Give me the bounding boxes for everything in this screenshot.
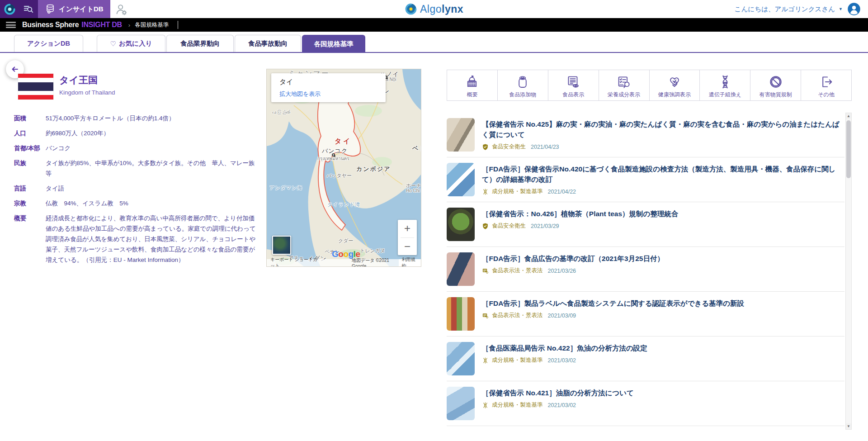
user-settings-icon[interactable]: [114, 2, 128, 17]
search-list-icon[interactable]: [23, 3, 34, 15]
map-attribution: キーボード ショートカット 地図データ ©2021 Google 利用規約: [267, 259, 421, 266]
news-title-link[interactable]: ［FDA告示］保健省告示No.420に基づく食品製造施設の検査方法（製造方法、製…: [482, 164, 844, 185]
news-item[interactable]: ［保健省告示：No.426］植物茶（Plant teas）規制の整理統合食品安全…: [447, 202, 844, 247]
detail-label: 民族: [14, 158, 46, 179]
user-greeting[interactable]: こんにちは、アルゴリンクスさん ▼: [735, 0, 843, 18]
category-食品添加物[interactable]: 食品添加物: [498, 70, 548, 101]
news-category-tag: 食品表示法・景表法: [492, 312, 543, 319]
news-thumbnail: [447, 208, 475, 241]
tab-2[interactable]: ♡お気に入り: [97, 35, 165, 52]
keyboard-shortcuts-link[interactable]: キーボード ショートカット: [270, 256, 320, 267]
detail-row: 言語タイ語: [14, 183, 258, 194]
news-title-link[interactable]: ［食品医薬品局告示 No.422］魚油の分析方法の設定: [482, 343, 844, 353]
page: インサイトDB Algolynx こんにちは、アルゴリンクスさん ▼ Busin…: [0, 0, 868, 441]
tab-4[interactable]: 食品事故動向: [235, 35, 301, 52]
scrollbar-thumb[interactable]: [846, 120, 851, 178]
news-title-link[interactable]: ［保健省告示：No.426］植物茶（Plant teas）規制の整理統合: [482, 209, 844, 219]
scroll-down-arrow[interactable]: ▼: [846, 423, 851, 429]
dna-icon: [717, 74, 733, 90]
formula-icon: [482, 402, 489, 409]
news-body: ［FDA告示］食品広告の基準の改訂（2021年3月25日付）食品表示法・景表法2…: [482, 252, 844, 286]
news-body: ［食品医薬品局告示 No.422］魚油の分析方法の設定成分規格・製造基準2021…: [482, 342, 844, 375]
arrow-left-icon: [10, 65, 19, 74]
map-enlarge-link[interactable]: 拡大地図を表示: [279, 90, 377, 98]
detail-row: 人口約6980万人（2020年）: [14, 128, 258, 138]
avatar[interactable]: [847, 2, 861, 16]
google-map[interactable]: ミャンマーハノイHà Nộiヴィエンチャンວຽງຈັນနေပြည်တော်タイバ…: [266, 69, 421, 267]
building-icon: [464, 74, 480, 90]
terms-link[interactable]: 利用規約: [399, 259, 421, 266]
label-icon: [482, 312, 489, 319]
news-category-tag: 成分規格・製造基準: [492, 401, 543, 409]
map-label: タイランド湾: [327, 201, 360, 208]
news-date: 2021/03/26: [548, 268, 576, 274]
news-category-tag: 成分規格・製造基準: [492, 188, 543, 195]
satellite-toggle[interactable]: [272, 236, 291, 255]
category-label: 健康強調表示: [658, 91, 691, 99]
news-title-link[interactable]: 【保健省告示 No.425】麻の実・麻の実油・麻の実たんぱく質・麻の実を含む食品…: [482, 119, 844, 140]
news-item[interactable]: 【保健省告示 No.425】麻の実・麻の実油・麻の実たんぱく質・麻の実を含む食品…: [447, 113, 844, 157]
tab-5[interactable]: 各国規格基準: [302, 35, 365, 53]
category-健康強調表示[interactable]: 健康強調表示: [650, 70, 700, 101]
tab-label: 食品事故動向: [248, 39, 288, 48]
scroll-up-arrow[interactable]: ▲: [846, 113, 851, 119]
news-item[interactable]: ［FDA告示］製品ラベルへ食品製造システムに関する認証表示ができる基準の新設食品…: [447, 292, 844, 337]
news-date: 2021/03/02: [548, 402, 576, 408]
news-title-link[interactable]: ［FDA告示］製品ラベルへ食品製造システムに関する認証表示ができる基準の新設: [482, 298, 844, 308]
city-marker-icon: [332, 153, 335, 156]
news-body: ［保健省告示 No.421］油脂の分析方法について成分規格・製造基準2021/0…: [482, 387, 844, 420]
detail-value: タイ語: [46, 183, 64, 194]
detail-label: 首都/本部: [14, 143, 46, 153]
category-食品表示[interactable]: 食品表示: [548, 70, 599, 101]
news-item[interactable]: ［FDA告示］食品広告の基準の改訂（2021年3月25日付）食品表示法・景表法2…: [447, 247, 844, 292]
country-details: 面積51万4,000平方キロメートル（日本の約1.4倍）人口約6980万人（20…: [14, 113, 258, 270]
category-label: その他: [818, 91, 835, 99]
map-label: ベトナム: [412, 144, 421, 152]
detail-label: 言語: [14, 183, 46, 194]
map-label: アンダマン海: [269, 185, 302, 191]
detail-row: 首都/本部バンコク: [14, 143, 258, 153]
nav-insight-db-label: インサイトDB: [59, 5, 103, 14]
swirl-logo-icon[interactable]: [4, 3, 16, 15]
heart-check-icon: [666, 74, 683, 90]
map-label: トレンガヌ: [360, 247, 385, 254]
news-body: 【保健省告示 No.425】麻の実・麻の実油・麻の実たんぱく質・麻の実を含む食品…: [482, 118, 844, 152]
exit-icon: [818, 74, 835, 90]
category-遺伝子組換え[interactable]: 遺伝子組換え: [700, 70, 750, 101]
jar-icon: [514, 74, 531, 90]
breadcrumb-divider: [178, 21, 178, 29]
news-body: ［保健省告示：No.426］植物茶（Plant teas）規制の整理統合食品安全…: [482, 208, 844, 241]
news-item[interactable]: ［食品医薬品局告示 No.422］魚油の分析方法の設定成分規格・製造基準2021…: [447, 337, 844, 381]
news-item[interactable]: ［FDA告示］保健省告示No.420に基づく食品製造施設の検査方法（製造方法、製…: [447, 157, 844, 202]
news-title-link[interactable]: ［FDA告示］食品広告の基準の改訂（2021年3月25日付）: [482, 253, 844, 264]
news-item-partial[interactable]: [447, 426, 844, 430]
label-icon: [482, 267, 489, 275]
category-label: 食品表示: [562, 91, 584, 99]
category-その他[interactable]: その他: [801, 70, 852, 101]
zoom-out-button[interactable]: −: [398, 238, 417, 256]
news-thumbnail: [447, 252, 475, 286]
menu-icon[interactable]: [6, 22, 16, 28]
news-thumbnail: [447, 342, 475, 375]
news-meta: 成分規格・製造基準2021/03/02: [482, 356, 844, 364]
formula-icon: [482, 188, 489, 195]
category-有害物質規制[interactable]: 有害物質規制: [750, 70, 801, 101]
shield-icon: [482, 143, 489, 151]
category-概要[interactable]: 概要: [447, 70, 498, 101]
news-title-link[interactable]: ［保健省告示 No.421］油脂の分析方法について: [482, 388, 844, 398]
shield-icon: [482, 223, 489, 230]
detail-value: バンコク: [46, 143, 71, 153]
tab-bar: アクションDB♡お気に入り食品業界動向食品事故動向各国規格基準: [0, 35, 868, 53]
zoom-in-button[interactable]: +: [398, 220, 417, 237]
app-title: Business SphereINSIGHT DB: [22, 21, 122, 29]
category-栄養成分表示[interactable]: 栄養成分表示: [599, 70, 650, 101]
map-label: နေပြည်တော်: [272, 110, 290, 115]
category-label: 遺伝子組換え: [709, 91, 741, 99]
news-item[interactable]: ［保健省告示 No.421］油脂の分析方法について成分規格・製造基準2021/0…: [447, 381, 844, 426]
nav-insight-db[interactable]: インサイトDB: [38, 0, 110, 18]
news-body: ［FDA告示］製品ラベルへ食品製造システムに関する認証表示ができる基準の新設食品…: [482, 297, 844, 331]
tab-3[interactable]: 食品業界動向: [166, 35, 234, 52]
category-label: 栄養成分表示: [608, 91, 640, 99]
tab-1[interactable]: アクションDB: [14, 35, 83, 52]
news-date: 2021/04/23: [531, 144, 559, 150]
